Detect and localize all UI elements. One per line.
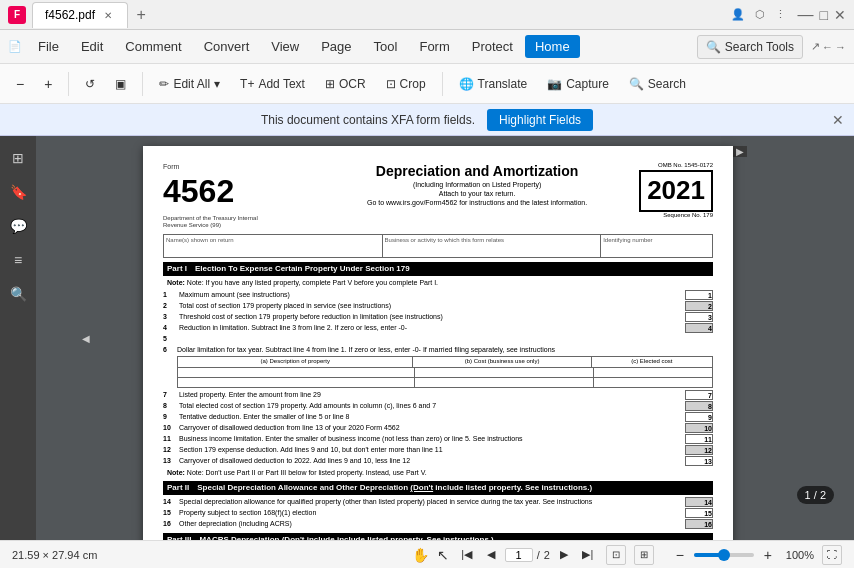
active-tab[interactable]: f4562.pdf ✕ bbox=[32, 2, 128, 28]
zoom-in-status-btn[interactable]: + bbox=[758, 545, 778, 565]
zoom-level-display: 100% bbox=[786, 549, 814, 561]
menu-tool[interactable]: Tool bbox=[364, 35, 408, 58]
line-14-box: 14 bbox=[685, 497, 713, 507]
menu-protect[interactable]: Protect bbox=[462, 35, 523, 58]
sidebar-bookmark-icon[interactable]: 🔖 bbox=[4, 178, 32, 206]
toolbar-sep-2 bbox=[142, 72, 143, 96]
zoom-out-btn[interactable]: − bbox=[8, 72, 32, 96]
part-I-note-bottom: Note: Note: Don't use Part II or Part II… bbox=[163, 468, 713, 477]
search-btn[interactable]: 🔍 Search bbox=[621, 73, 694, 95]
col-headers-row: (a) Description of property (b) Cost (bu… bbox=[177, 356, 713, 368]
close-btn[interactable]: ✕ bbox=[834, 7, 846, 23]
page-number-input[interactable] bbox=[505, 548, 533, 562]
last-page-btn[interactable]: ▶| bbox=[578, 545, 598, 565]
first-page-btn[interactable]: |◀ bbox=[457, 545, 477, 565]
highlight-fields-btn[interactable]: Highlight Fields bbox=[487, 109, 593, 131]
line-8-row: 8 Total elected cost of section 179 prop… bbox=[163, 401, 713, 411]
crop-btn[interactable]: ⊡ Crop bbox=[378, 73, 434, 95]
sequence-number: Sequence No. 179 bbox=[639, 212, 713, 220]
zoom-slider[interactable] bbox=[694, 553, 754, 557]
sidebar-pages-icon[interactable]: ⊞ bbox=[4, 144, 32, 172]
line-7-row: 7 Listed property. Enter the amount from… bbox=[163, 390, 713, 400]
zoom-in-btn[interactable]: + bbox=[36, 72, 60, 96]
line-4-row: 4 Reduction in limitation. Subtract line… bbox=[163, 323, 713, 333]
prev-page-btn[interactable]: ◀ bbox=[481, 545, 501, 565]
part-III-title: MACRS Depreciation (Don't include includ… bbox=[199, 535, 493, 540]
part-I-title: Election To Expense Certain Property Und… bbox=[195, 264, 410, 274]
business-label: Business or activity to which this form … bbox=[383, 235, 602, 257]
menu-comment[interactable]: Comment bbox=[115, 35, 191, 58]
next-page-btn[interactable]: ▶ bbox=[554, 545, 574, 565]
new-tab-btn[interactable]: + bbox=[128, 2, 154, 28]
col-data-row-1 bbox=[177, 368, 713, 378]
capture-icon: 📷 bbox=[547, 77, 562, 91]
line-12-row: 12 Section 179 expense deduction. Add li… bbox=[163, 445, 713, 455]
page-icon[interactable]: ▣ bbox=[107, 73, 134, 95]
title-bar-left: F bbox=[8, 6, 26, 24]
part-I-header: Part I Election To Expense Certain Prope… bbox=[163, 262, 713, 276]
fullscreen-btn[interactable]: ⛶ bbox=[822, 545, 842, 565]
revenue-service-label: Revenue Service (99) bbox=[163, 222, 315, 230]
part-I-label: Part I bbox=[167, 264, 187, 274]
menu-form[interactable]: Form bbox=[409, 35, 459, 58]
menu-edit[interactable]: Edit bbox=[71, 35, 113, 58]
sidebar-comment-icon[interactable]: 💬 bbox=[4, 212, 32, 240]
hand-tool-icon[interactable]: ✋ bbox=[412, 547, 429, 563]
menu-home[interactable]: Home bbox=[525, 35, 580, 58]
notification-message: This document contains XFA form fields. bbox=[261, 113, 475, 127]
rotate-icon[interactable]: ↺ bbox=[77, 73, 103, 95]
menu-convert[interactable]: Convert bbox=[194, 35, 260, 58]
add-text-btn[interactable]: T+ Add Text bbox=[232, 73, 313, 95]
select-tool-icon[interactable]: ↖ bbox=[437, 547, 449, 563]
back-icon[interactable]: ← bbox=[822, 41, 833, 53]
capture-btn[interactable]: 📷 Capture bbox=[539, 73, 617, 95]
search-tools-btn[interactable]: 🔍 Search Tools bbox=[697, 35, 803, 59]
sidebar-search-icon[interactable]: 🔍 bbox=[4, 280, 32, 308]
form-attach-line: Attach to your tax return. bbox=[325, 189, 629, 198]
zoom-in-icon: + bbox=[44, 76, 52, 92]
title-bar: F f4562.pdf ✕ + 👤 ⬡ ⋮ — □ ✕ bbox=[0, 0, 854, 30]
zoom-out-status-btn[interactable]: − bbox=[670, 545, 690, 565]
line-4-box: 4 bbox=[685, 323, 713, 333]
line-10-row: 10 Carryover of disallowed deduction fro… bbox=[163, 423, 713, 433]
notification-bar: This document contains XFA form fields. … bbox=[0, 104, 854, 136]
maximize-btn[interactable]: □ bbox=[820, 7, 828, 23]
scroll-right-btn[interactable]: ▶ bbox=[733, 146, 747, 157]
translate-icon: 🌐 bbox=[459, 77, 474, 91]
line-3-box: 3 bbox=[685, 312, 713, 322]
page-count-badge: 1 / 2 bbox=[797, 486, 834, 504]
main-area: ⊞ 🔖 💬 ≡ 🔍 ◀ Form 4562 Department of the … bbox=[0, 136, 854, 540]
line-9-row: 9 Tentative deduction. Enter the smaller… bbox=[163, 412, 713, 422]
form-main-title: Depreciation and Amortization bbox=[325, 162, 629, 180]
external-link-icon[interactable]: ↗ bbox=[811, 40, 820, 53]
line-8-box: 8 bbox=[685, 401, 713, 411]
translate-btn[interactable]: 🌐 Translate bbox=[451, 73, 536, 95]
dollar-limit-section: 6 Dollar limitation for tax year. Subtra… bbox=[163, 345, 713, 388]
menu-file[interactable]: File bbox=[28, 35, 69, 58]
crop-icon: ⊡ bbox=[386, 77, 396, 91]
forward-icon[interactable]: → bbox=[835, 41, 846, 53]
menu-page[interactable]: Page bbox=[311, 35, 361, 58]
tab-close-btn[interactable]: ✕ bbox=[101, 8, 115, 22]
minimize-btn[interactable]: — bbox=[798, 6, 814, 24]
line-16-row: 16 Other depreciation (including ACRS) 1… bbox=[163, 519, 713, 529]
tab-title: f4562.pdf bbox=[45, 8, 95, 22]
page-view-icon: ▣ bbox=[115, 77, 126, 91]
line-13-box: 13 bbox=[685, 456, 713, 466]
fit-width-btn[interactable]: ⊡ bbox=[606, 545, 626, 565]
page-slash: / bbox=[537, 549, 540, 561]
search-icon: 🔍 bbox=[629, 77, 644, 91]
form-year: 2021 bbox=[639, 170, 713, 212]
scroll-left-btn[interactable]: ◀ bbox=[82, 333, 90, 344]
line-15-row: 15 Property subject to section 168(f)(1)… bbox=[163, 508, 713, 518]
zoom-out-icon: − bbox=[16, 76, 24, 92]
edit-all-btn[interactable]: ✏ Edit All ▾ bbox=[151, 73, 228, 95]
ocr-btn[interactable]: ⊞ OCR bbox=[317, 73, 374, 95]
menu-view[interactable]: View bbox=[261, 35, 309, 58]
toolbar: − + ↺ ▣ ✏ Edit All ▾ T+ Add Text ⊞ OCR ⊡… bbox=[0, 64, 854, 104]
form-number: 4562 bbox=[163, 171, 315, 213]
fit-page-btn[interactable]: ⊞ bbox=[634, 545, 654, 565]
notification-close-btn[interactable]: ✕ bbox=[832, 112, 844, 128]
sidebar-layers-icon[interactable]: ≡ bbox=[4, 246, 32, 274]
page-dimensions: 21.59 × 27.94 cm bbox=[12, 549, 404, 561]
